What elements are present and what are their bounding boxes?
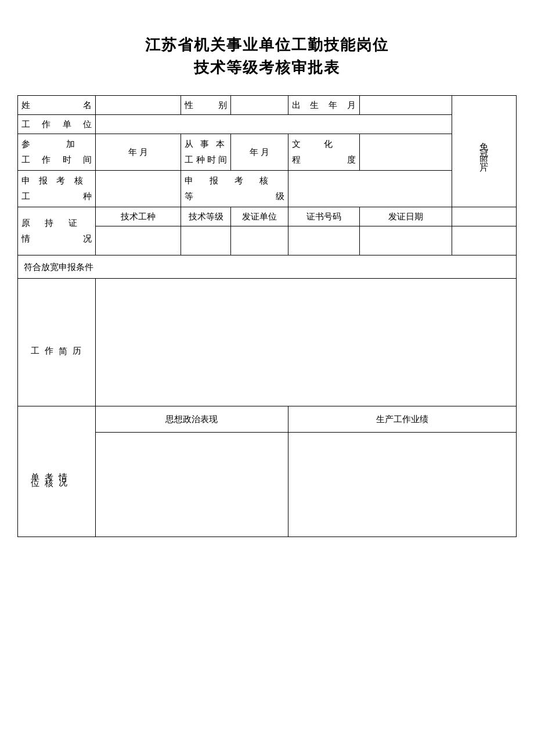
cert-tech-type-value[interactable]	[95, 226, 181, 255]
row-work-time: 参 加 工作时间 年 月 从 事 本 工种时间 年 月 文化 程度	[18, 134, 517, 171]
relax-condition-label: 符合放宽申报条件	[18, 255, 517, 279]
work-history-content[interactable]	[95, 279, 516, 406]
work-history-label-text: 工 作 简 历	[28, 340, 84, 345]
work-history-label: 工 作 简 历	[18, 279, 96, 406]
cert-photo-spacer2	[452, 226, 517, 255]
culture-label: 文化 程度	[288, 134, 359, 171]
declare-type-value[interactable]	[95, 171, 181, 207]
gender-label: 性别	[181, 96, 231, 115]
tech-level-col: 技术等级	[181, 207, 231, 226]
birthdate-label: 出生年月	[288, 96, 359, 115]
name-label: 姓名	[18, 96, 96, 115]
row-unit-review-header: 单位 考核 情况 思想政治表现 生产工作业绩	[18, 406, 517, 433]
declare-level-value[interactable]	[288, 171, 452, 207]
title-line1: 江苏省机关事业单位工勤技能岗位	[17, 35, 517, 55]
join-work-value[interactable]: 年 月	[95, 134, 181, 171]
unit-review-label-text: 单位 考核 情况	[28, 466, 70, 477]
from-work-type-label: 从 事 本 工种时间	[181, 134, 231, 171]
from-work-type-value[interactable]: 年 月	[231, 134, 288, 171]
ideological-label: 思想政治表现	[95, 406, 288, 433]
gender-value[interactable]	[231, 96, 288, 115]
main-table: 姓名 性别 出生年月 免冠照片 工作单位 参 加 工作时间 年 月 从 事 本 …	[17, 95, 517, 537]
work-unit-label: 工作单位	[18, 115, 96, 134]
photo-spacer	[452, 207, 517, 226]
title-line2: 技术等级考核审批表	[17, 57, 517, 78]
issue-unit-col: 发证单位	[231, 207, 288, 226]
declare-level-label: 申报考核 等 级	[181, 171, 288, 207]
cert-issue-date-value[interactable]	[359, 226, 452, 255]
row-declare: 申报考核 工 种 申报考核 等 级	[18, 171, 517, 207]
unit-review-label: 单位 考核 情况	[18, 406, 96, 537]
row-cert-header: 原持证 情 况 技术工种 技术等级 发证单位 证书号码 发证日期	[18, 207, 517, 226]
title-area: 江苏省机关事业单位工勤技能岗位 技术等级考核审批表	[17, 23, 517, 84]
tech-type-col: 技术工种	[95, 207, 181, 226]
original-cert-label: 原持证 情 况	[18, 207, 96, 255]
cert-number-value[interactable]	[288, 226, 359, 255]
row-work-history: 工 作 简 历	[18, 279, 517, 406]
culture-value[interactable]	[359, 134, 452, 171]
cert-tech-level-value[interactable]	[181, 226, 231, 255]
name-value[interactable]	[95, 96, 181, 115]
work-unit-value[interactable]	[95, 115, 452, 134]
birthdate-value[interactable]	[359, 96, 452, 115]
production-label: 生产工作业绩	[288, 406, 516, 433]
join-work-label: 参 加 工作时间	[18, 134, 96, 171]
row-basic-info: 姓名 性别 出生年月 免冠照片	[18, 96, 517, 115]
ideological-content[interactable]	[95, 433, 288, 537]
photo-area: 免冠照片	[452, 96, 517, 207]
production-content[interactable]	[288, 433, 516, 537]
photo-label: 免冠照片	[477, 135, 491, 163]
row-work-unit: 工作单位	[18, 115, 517, 134]
issue-date-col: 发证日期	[359, 207, 452, 226]
row-relax-condition: 符合放宽申报条件	[18, 255, 517, 279]
year-month-text: 年 月	[128, 147, 148, 157]
year-month-text2: 年 月	[250, 147, 269, 157]
cert-issue-unit-value[interactable]	[231, 226, 288, 255]
declare-type-label: 申报考核 工 种	[18, 171, 96, 207]
cert-number-col: 证书号码	[288, 207, 359, 226]
